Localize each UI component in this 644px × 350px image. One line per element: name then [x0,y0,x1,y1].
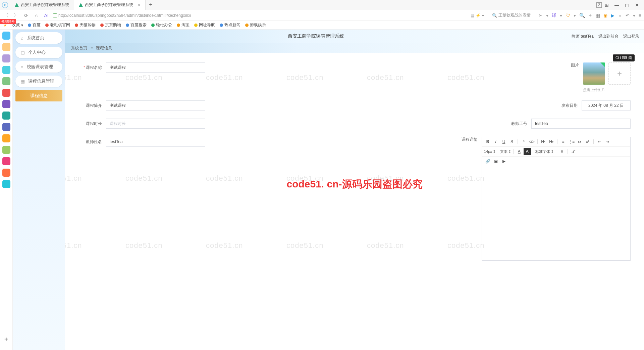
search-text[interactable]: 王楚钦观战的表情 [498,12,531,18]
tab-favicon-icon [79,3,83,7]
menu-icon[interactable]: ≡ [639,13,641,18]
bookmark-icon [194,24,198,27]
bookmark-icon [126,24,129,27]
tab-title: 西安工商学院课表管理系统 [21,2,69,8]
undo-icon[interactable]: ↶ [626,13,630,18]
bookmark-icon [245,24,249,27]
url-text: http://localhost:8080/springboot2n594/ad… [58,13,191,18]
browser-tab-1[interactable]: 西安工商学院课表管理系统 × [74,0,146,10]
bookmark-icon [100,24,104,27]
browser-addressbar: 〈 〉 ⟳ ⌂ AI http://localhost:8080/springb… [0,10,644,21]
bookmark-item[interactable]: 天猫购物 [75,22,96,28]
bookmarks-bar: ★ 收藏 ▾ 百度 老毛桃官网 天猫购物 京东购物 百度搜索 轻松办公 淘宝 网… [0,21,644,30]
tab-title: 西安工商学院课表管理系统 [85,2,133,8]
window-maximize-icon[interactable]: ◻ [622,2,632,8]
bolt-icon[interactable]: ⚡ [476,13,481,18]
bookmark-item[interactable]: 老毛桃官网 [45,22,70,28]
window-close-icon[interactable]: ✕ [632,2,642,8]
translate-icon[interactable]: 译 [552,12,556,18]
nav-back-icon[interactable]: 〈 [3,12,9,18]
bookmark-icon [177,24,180,27]
tab-close-icon[interactable]: × [138,2,141,8]
browser-logo-icon: ➤ [2,2,8,8]
window-minimize-icon[interactable]: — [612,2,622,8]
cut-icon[interactable]: ✂ [539,13,543,18]
nav-reload-icon[interactable]: ⟳ [23,13,30,18]
search-dropdown-icon[interactable]: ▾ [482,13,484,18]
browser-titlebar: ➤ 西安工商学院课表管理系统 西安工商学院课表管理系统 × + 2 ⊞ — ◻ … [0,0,644,10]
apps-icon[interactable]: ▦ [596,13,600,18]
toolbar-right: ✂▾ 译▾ 🛡▾ 🔍 ✦ ▦ ◉ ▶ ☼ ↶▾ ≡ [539,12,641,18]
bookmark-icon [151,24,155,27]
bookmark-icon [45,24,49,27]
window-menu-icon[interactable]: ⊞ [602,2,612,8]
bookmark-item[interactable]: 轻松办公 [151,22,172,28]
bookmark-item[interactable]: 淘宝 [177,22,190,28]
bookmark-item[interactable]: 百度搜索 [126,22,147,28]
tab-count-badge[interactable]: 2 [596,2,602,8]
bookmark-icon [220,24,223,27]
bookmark-icon [28,24,31,27]
extension-icon[interactable]: ✦ [588,13,592,18]
browser-tab-0[interactable]: 西安工商学院课表管理系统 [10,0,74,10]
bookmark-item[interactable]: 热点新闻 [220,22,240,28]
bookmark-item[interactable]: 游戏娱乐 [245,22,266,28]
url-field[interactable]: http://localhost:8080/springboot2n594/ad… [53,13,191,18]
promo-tag[interactable]: 领现账号 [0,19,16,24]
globe-icon[interactable]: ◉ [603,13,607,18]
bookmark-icon [75,24,78,27]
bookmark-item[interactable]: 网址导航 [194,22,215,28]
play-icon[interactable]: ▶ [611,13,614,18]
new-tab-button[interactable]: + [146,1,156,8]
zoom-icon[interactable]: 🔍 [579,13,585,18]
tab-favicon-icon [15,3,19,7]
nav-forward-icon[interactable]: 〉 [13,12,19,18]
bookmark-item[interactable]: 百度 [28,22,41,28]
qr-icon[interactable]: ▤ [471,13,474,18]
settings-icon[interactable]: ☼ [618,13,622,18]
ai-icon[interactable]: AI [43,13,50,18]
shield-icon [53,13,57,17]
security-icon[interactable]: 🛡 [566,13,570,18]
bookmark-item[interactable]: 京东购物 [100,22,121,28]
nav-home-icon[interactable]: ⌂ [33,13,40,18]
